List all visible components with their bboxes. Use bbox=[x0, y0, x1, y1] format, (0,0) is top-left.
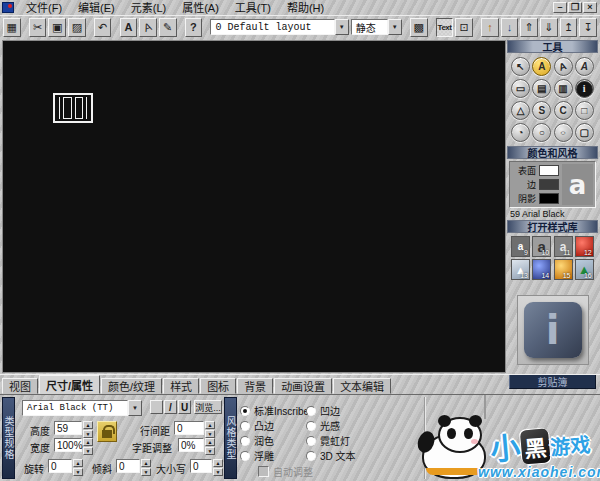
italic-button[interactable]: / bbox=[164, 400, 177, 414]
bring-to-front-button[interactable]: ↥ bbox=[560, 18, 578, 37]
layout-dropdown[interactable]: 0 Default layout ▼ bbox=[210, 19, 348, 35]
bring-forward-button[interactable]: ⇑ bbox=[520, 18, 538, 37]
line-spacing-stepper[interactable]: ▲▼ bbox=[205, 421, 215, 435]
restore-button[interactable]: ❒ bbox=[568, 2, 582, 13]
surface-swatch[interactable] bbox=[539, 165, 559, 176]
brush-button[interactable]: ✎ bbox=[159, 18, 177, 37]
aspect-lock-button[interactable] bbox=[97, 421, 117, 442]
toolbar-separator bbox=[23, 18, 27, 37]
help-button[interactable]: ? bbox=[185, 18, 203, 37]
edit-canvas[interactable] bbox=[2, 40, 506, 373]
style-thumb[interactable]: 12 bbox=[575, 236, 594, 257]
circle-tool[interactable]: ○ bbox=[532, 123, 551, 142]
chevron-down-icon[interactable]: ▼ bbox=[388, 19, 402, 35]
shadow-swatch[interactable] bbox=[539, 193, 559, 204]
mode-dropdown[interactable]: 静态 ▼ bbox=[351, 19, 402, 35]
height-stepper[interactable]: ▲▼ bbox=[83, 421, 93, 435]
move-up-button[interactable]: ↑ bbox=[481, 18, 499, 37]
text-mode-button[interactable]: Text bbox=[436, 18, 454, 37]
rotate-text-tool[interactable]: A bbox=[554, 57, 573, 76]
surface-label: 表面 bbox=[512, 164, 536, 177]
bold-button[interactable] bbox=[150, 400, 163, 414]
radio-convex-edge[interactable]: 凸边 bbox=[240, 418, 274, 433]
frame-object[interactable] bbox=[53, 93, 93, 123]
style-thumb[interactable]: ▲13 bbox=[511, 259, 530, 280]
kerning-field[interactable]: 0% bbox=[178, 438, 204, 452]
style-thumb[interactable]: a9 bbox=[511, 236, 530, 257]
text-tool[interactable]: A bbox=[532, 57, 551, 76]
cut-button[interactable]: ✂ bbox=[29, 18, 47, 37]
italic-text-tool[interactable]: A bbox=[575, 57, 594, 76]
radio-glow[interactable]: 光感 bbox=[306, 418, 340, 433]
rows-tool[interactable]: ▤ bbox=[532, 79, 551, 98]
auto-adjust-checkbox[interactable]: 自动调整 bbox=[258, 464, 313, 479]
paste-button[interactable]: ▨ bbox=[68, 18, 86, 37]
columns-tool[interactable]: ▥ bbox=[554, 79, 573, 98]
select-tool[interactable]: ↖ bbox=[511, 57, 530, 76]
open-style-library-header[interactable]: 打开样式库 bbox=[507, 220, 598, 233]
quarter-tool[interactable]: ◔ bbox=[511, 123, 530, 142]
style-thumb[interactable]: a10 bbox=[532, 236, 551, 257]
rotate-stepper[interactable]: ▲▼ bbox=[73, 459, 83, 473]
triangle-tool[interactable]: △ bbox=[511, 101, 530, 120]
c-curve-tool[interactable]: C bbox=[554, 101, 573, 120]
close-button[interactable]: × bbox=[583, 2, 597, 13]
radio-emboss[interactable]: 浮雕 bbox=[240, 448, 274, 463]
tab-background[interactable]: 背景 bbox=[237, 378, 273, 394]
radio-tint[interactable]: 润色 bbox=[240, 433, 274, 448]
width-field[interactable]: 100% bbox=[54, 438, 82, 452]
tab-color-texture[interactable]: 颜色/纹理 bbox=[101, 378, 162, 394]
rotate-text-button[interactable]: A bbox=[139, 18, 157, 37]
layers-button[interactable]: ⊡ bbox=[455, 18, 473, 37]
browse-button[interactable]: 浏览... bbox=[194, 400, 222, 414]
s-curve-tool[interactable]: S bbox=[532, 101, 551, 120]
rotate-field[interactable]: 0 bbox=[48, 459, 72, 473]
radio-concave-edge[interactable]: 凹边 bbox=[306, 403, 340, 418]
radio-neon[interactable]: 霓虹灯 bbox=[306, 433, 350, 448]
skew-stepper[interactable]: ▲▼ bbox=[141, 459, 151, 473]
move-down-button[interactable]: ↓ bbox=[501, 18, 519, 37]
layout-dropdown-value: 0 Default layout bbox=[210, 19, 334, 35]
chevron-down-icon[interactable]: ▼ bbox=[128, 400, 142, 416]
edge-swatch[interactable] bbox=[539, 179, 559, 190]
box-tool[interactable]: ▭ bbox=[511, 79, 530, 98]
style-thumb[interactable]: ▲16 bbox=[575, 259, 594, 280]
kerning-stepper[interactable]: ▲▼ bbox=[205, 438, 215, 452]
tab-style[interactable]: 样式 bbox=[163, 378, 199, 394]
tab-text-edit[interactable]: 文本编辑 bbox=[333, 378, 391, 394]
radio-3d-text[interactable]: 3D 文本 bbox=[306, 448, 356, 463]
undo-button[interactable]: ↶ bbox=[94, 18, 112, 37]
checkbox-box bbox=[258, 466, 269, 477]
minimize-button[interactable]: – bbox=[553, 2, 567, 13]
style-thumb[interactable]: 14 bbox=[532, 259, 551, 280]
copy-button[interactable]: ▣ bbox=[48, 18, 66, 37]
style-glyph: a bbox=[518, 241, 524, 252]
line-spacing-field[interactable]: 0 bbox=[174, 421, 204, 435]
tab-animation[interactable]: 动画设置 bbox=[274, 378, 332, 394]
style-thumb[interactable]: 15 bbox=[554, 259, 573, 280]
image-button[interactable]: ▩ bbox=[410, 18, 428, 37]
case-stepper[interactable]: ▲▼ bbox=[213, 459, 223, 473]
width-stepper[interactable]: ▲▼ bbox=[83, 438, 93, 452]
save-button[interactable]: ▦ bbox=[3, 18, 21, 37]
case-field[interactable]: 0 bbox=[190, 459, 212, 473]
rounded-rect-tool[interactable]: ▢ bbox=[575, 123, 594, 142]
underline-button[interactable]: U bbox=[178, 400, 191, 414]
send-backward-button[interactable]: ⇓ bbox=[540, 18, 558, 37]
style-thumb[interactable]: a11 bbox=[554, 236, 573, 257]
ellipse-tool[interactable]: ○ bbox=[554, 123, 573, 142]
tab-icon[interactable]: 图标 bbox=[200, 378, 236, 394]
tab-view[interactable]: 视图 bbox=[2, 378, 38, 394]
send-to-back-button[interactable]: ↧ bbox=[579, 18, 597, 37]
text-tool-button[interactable]: A bbox=[120, 18, 138, 37]
style-type-vertical-label: 风格类型 bbox=[224, 397, 237, 479]
logo-tool[interactable]: i bbox=[575, 79, 594, 98]
chevron-down-icon[interactable]: ▼ bbox=[335, 19, 349, 35]
square-tool[interactable]: □ bbox=[575, 101, 594, 120]
radio-standard-inscriber[interactable]: 标准Inscriber bbox=[240, 403, 312, 418]
height-field[interactable]: 59 bbox=[54, 421, 82, 435]
tab-size-properties[interactable]: 尺寸/属性 bbox=[39, 375, 100, 394]
skew-field[interactable]: 0 bbox=[116, 459, 140, 473]
font-dropdown[interactable]: Arial Black (TT) ▼ bbox=[22, 400, 142, 416]
logo-preview[interactable]: i bbox=[524, 302, 582, 358]
